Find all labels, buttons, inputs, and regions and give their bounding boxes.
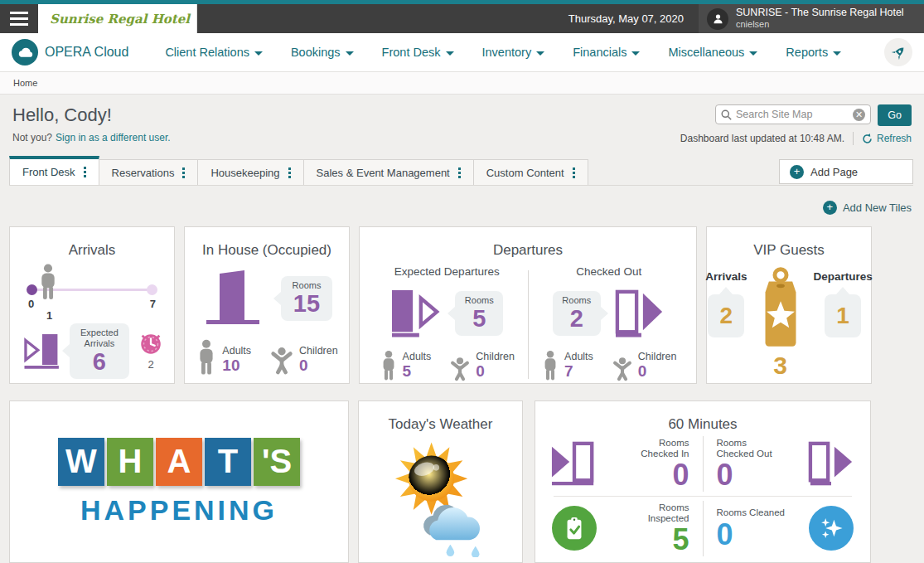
kebab-menu-icon[interactable] — [182, 167, 185, 178]
departures-tile[interactable]: Departures Expected Departures Rooms 5 — [359, 226, 697, 384]
chevron-down-icon — [749, 51, 757, 56]
search-input[interactable] — [736, 109, 849, 120]
menu-label: Inventory — [482, 46, 532, 59]
tab-reservations[interactable]: Reservations — [99, 159, 199, 185]
clear-search-icon[interactable]: ✕ — [853, 109, 865, 121]
refresh-button[interactable]: Refresh — [862, 133, 912, 144]
vip-departures-bubble: 1 — [825, 294, 861, 337]
user-account-area[interactable]: SUNRISE - The Sunrise Regal Hotel cniels… — [699, 4, 924, 33]
slider-end-dot[interactable] — [147, 284, 157, 295]
vip-guests-tile[interactable]: VIP Guests Arrivals 2 3 Departures — [706, 226, 872, 384]
kebab-menu-icon[interactable] — [458, 167, 461, 178]
weather-tile[interactable]: Today's Weather — [358, 400, 523, 563]
occupied-door-icon — [201, 269, 264, 328]
in-house-tile[interactable]: In House (Occupied) Rooms 15 Adults10 — [184, 226, 350, 384]
opera-cloud-brand[interactable]: OPERA Cloud — [12, 39, 128, 66]
hotel-logo: Sunrise Regal Hotel — [38, 4, 197, 33]
whats-happening-tile[interactable]: W H A T 'S HAPPENING — [9, 400, 349, 563]
sixty-minutes-tile[interactable]: 60 Minutes Rooms Checked In 0 Rooms Chec… — [535, 400, 871, 563]
menu-label: Bookings — [291, 46, 341, 59]
tab-label: Custom Content — [486, 167, 564, 179]
tile-title: Departures — [366, 242, 689, 259]
add-new-tiles-button[interactable]: + Add New Tiles — [823, 201, 912, 215]
menu-inventory[interactable]: Inventory — [482, 46, 545, 59]
letter-tile: T — [205, 438, 251, 486]
children-label: Children — [476, 352, 515, 363]
children-value: 0 — [476, 363, 515, 381]
dashboard-tab-bar: Front Desk Reservations Housekeeping Sal… — [9, 156, 913, 186]
vip-departures-label: Departures — [814, 270, 873, 283]
search-icon — [721, 109, 732, 120]
tab-housekeeping[interactable]: Housekeeping — [197, 159, 303, 185]
quick-launch-button[interactable] — [884, 38, 912, 66]
children-value: 0 — [299, 357, 338, 375]
menu-front-desk[interactable]: Front Desk — [382, 46, 454, 59]
tab-label: Sales & Event Management — [317, 167, 450, 179]
menu-label: Financials — [573, 46, 626, 59]
chevron-down-icon — [254, 51, 263, 56]
kebab-menu-icon[interactable] — [84, 167, 86, 177]
vip-arrivals-bubble: 2 — [708, 294, 744, 337]
arrivals-slider[interactable]: 0 1 7 — [27, 270, 157, 322]
tab-label: Front Desk — [22, 166, 75, 178]
menu-reports[interactable]: Reports — [786, 46, 841, 59]
adults-value: 10 — [222, 357, 251, 375]
menu-bookings[interactable]: Bookings — [291, 46, 354, 59]
tab-custom-content[interactable]: Custom Content — [473, 159, 588, 185]
menu-miscellaneous[interactable]: Miscellaneous — [668, 46, 757, 59]
tile-title: Today's Weather — [365, 416, 515, 433]
tile-title: VIP Guests — [714, 242, 864, 259]
add-page-label: Add Page — [810, 166, 858, 178]
rooms-cleaned-value: 0 — [717, 518, 733, 551]
tab-sales-event-management[interactable]: Sales & Event Management — [303, 159, 474, 185]
divider — [554, 496, 852, 497]
tile-title: Arrivals — [17, 242, 167, 259]
checked-in-door-icon — [550, 440, 598, 487]
kebab-menu-icon[interactable] — [288, 167, 291, 178]
chevron-down-icon — [446, 51, 454, 56]
account-name: SUNRISE - The Sunrise Regal Hotel — [736, 7, 904, 19]
clock-count: 2 — [148, 358, 153, 371]
tab-front-desk[interactable]: Front Desk — [9, 156, 99, 185]
slider-max-label: 7 — [150, 298, 156, 310]
tile-title: In House (Occupied) — [191, 242, 342, 259]
rooms-inspected-label: Rooms Inspected — [620, 502, 689, 523]
breadcrumb[interactable]: Home — [0, 72, 924, 95]
adult-icon — [541, 349, 559, 382]
vip-arrivals-label: Arrivals — [705, 270, 747, 283]
not-you-text: Not you? — [12, 132, 52, 143]
breadcrumb-home[interactable]: Home — [13, 78, 37, 88]
menu-label: Reports — [786, 46, 828, 59]
vip-tag-icon — [757, 267, 804, 350]
rooms-checked-out-value: 0 — [717, 459, 733, 492]
adult-icon — [196, 338, 217, 376]
arrivals-tile[interactable]: Arrivals 0 1 7 Expected Arriv — [9, 226, 175, 384]
due-in-clock-icon — [138, 331, 164, 357]
chevron-down-icon — [631, 51, 640, 56]
kebab-menu-icon[interactable] — [573, 167, 575, 178]
sun-cloud-rain-icon — [378, 434, 504, 557]
rooms-value: 2 — [561, 306, 593, 331]
hamburger-menu-icon[interactable] — [0, 4, 38, 33]
expected-arrivals-value: 6 — [78, 349, 121, 374]
site-map-search[interactable]: ✕ — [715, 104, 871, 124]
rooms-cleaned-label: Rooms Cleaned — [717, 507, 785, 518]
plus-icon: + — [823, 201, 837, 215]
child-icon — [269, 345, 294, 376]
refresh-icon — [862, 133, 873, 144]
brand-label: OPERA Cloud — [45, 45, 128, 60]
menu-client-relations[interactable]: Client Relations — [165, 46, 263, 59]
rooms-bubble: Rooms 2 — [553, 291, 601, 336]
rooms-inspected-icon — [552, 506, 597, 551]
menu-financials[interactable]: Financials — [573, 46, 640, 59]
letter-tile: A — [156, 438, 202, 486]
person-marker-icon — [36, 264, 60, 300]
rooms-value: 15 — [289, 291, 324, 316]
vip-departures-value: 1 — [836, 303, 849, 329]
signin-different-user-link[interactable]: Sign in as a different user. — [56, 132, 171, 143]
add-page-button[interactable]: +Add Page — [779, 159, 913, 184]
cloud-icon — [12, 39, 38, 66]
vip-total-value: 3 — [773, 352, 787, 380]
go-button[interactable]: Go — [878, 104, 912, 126]
child-icon — [612, 356, 633, 382]
